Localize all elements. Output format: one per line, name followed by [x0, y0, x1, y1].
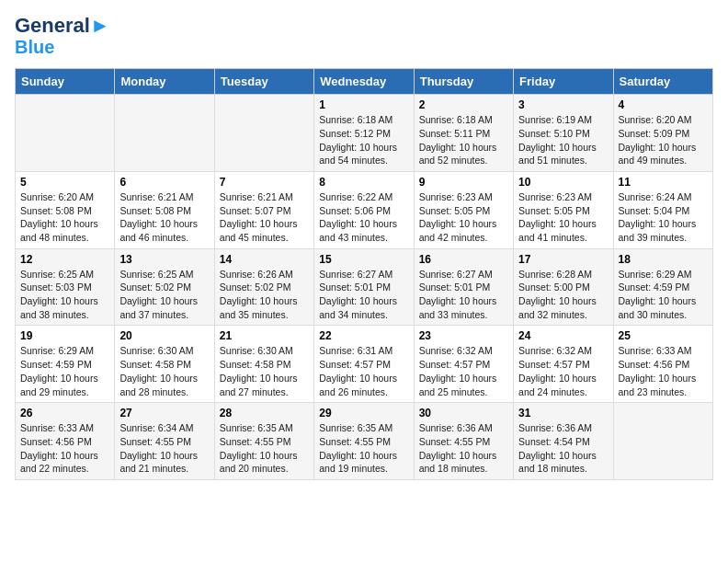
day-number: 25 [619, 329, 708, 342]
day-info: Sunrise: 6:30 AM Sunset: 4:58 PM Dayligh… [119, 344, 209, 398]
day-info: Sunrise: 6:18 AM Sunset: 5:12 PM Dayligh… [319, 113, 408, 167]
calendar-cell: 7Sunrise: 6:21 AM Sunset: 5:07 PM Daylig… [214, 171, 313, 248]
calendar-cell: 29Sunrise: 6:35 AM Sunset: 4:55 PM Dayli… [314, 403, 414, 480]
day-info: Sunrise: 6:33 AM Sunset: 4:56 PM Dayligh… [20, 421, 109, 476]
day-info: Sunrise: 6:21 AM Sunset: 5:08 PM Dayligh… [119, 190, 209, 245]
calendar-cell: 9Sunrise: 6:23 AM Sunset: 5:05 PM Daylig… [414, 171, 513, 248]
day-number: 8 [319, 176, 408, 189]
day-number: 1 [319, 98, 408, 111]
calendar-cell: 24Sunrise: 6:32 AM Sunset: 4:57 PM Dayli… [514, 326, 613, 403]
day-info: Sunrise: 6:25 AM Sunset: 5:03 PM Dayligh… [20, 268, 109, 322]
day-info: Sunrise: 6:24 AM Sunset: 5:04 PM Dayligh… [619, 190, 708, 245]
day-number: 9 [419, 176, 508, 189]
day-number: 30 [419, 407, 508, 419]
day-info: Sunrise: 6:21 AM Sunset: 5:07 PM Dayligh… [220, 190, 309, 245]
calendar-cell: 1Sunrise: 6:18 AM Sunset: 5:12 PM Daylig… [314, 95, 414, 172]
calendar-cell [613, 403, 712, 480]
calendar-cell: 16Sunrise: 6:27 AM Sunset: 5:01 PM Dayli… [414, 248, 513, 326]
calendar-cell: 11Sunrise: 6:24 AM Sunset: 5:04 PM Dayli… [613, 171, 712, 248]
calendar-cell: 26Sunrise: 6:33 AM Sunset: 4:56 PM Dayli… [16, 403, 115, 480]
calendar-cell: 15Sunrise: 6:27 AM Sunset: 5:01 PM Dayli… [314, 248, 414, 326]
header: General► Blue [15, 15, 713, 57]
day-number: 22 [319, 329, 408, 342]
calendar-cell [115, 95, 214, 172]
day-info: Sunrise: 6:19 AM Sunset: 5:10 PM Dayligh… [518, 113, 608, 167]
week-row-4: 19Sunrise: 6:29 AM Sunset: 4:59 PM Dayli… [16, 326, 713, 403]
calendar-cell: 13Sunrise: 6:25 AM Sunset: 5:02 PM Dayli… [115, 248, 214, 326]
day-number: 14 [220, 253, 309, 266]
calendar-cell: 12Sunrise: 6:25 AM Sunset: 5:03 PM Dayli… [16, 248, 115, 326]
day-info: Sunrise: 6:36 AM Sunset: 4:55 PM Dayligh… [419, 421, 508, 476]
logo-text: General► [15, 15, 110, 37]
calendar-cell: 3Sunrise: 6:19 AM Sunset: 5:10 PM Daylig… [514, 95, 613, 172]
day-number: 18 [619, 253, 708, 266]
day-number: 31 [518, 407, 608, 419]
day-number: 23 [419, 329, 508, 342]
day-number: 16 [419, 253, 508, 266]
day-number: 10 [518, 176, 608, 189]
calendar-cell: 17Sunrise: 6:28 AM Sunset: 5:00 PM Dayli… [514, 248, 613, 326]
logo-blue-text: Blue [15, 37, 54, 57]
day-info: Sunrise: 6:29 AM Sunset: 4:59 PM Dayligh… [619, 268, 708, 322]
day-info: Sunrise: 6:35 AM Sunset: 4:55 PM Dayligh… [319, 421, 408, 476]
day-number: 13 [119, 253, 209, 266]
day-info: Sunrise: 6:32 AM Sunset: 4:57 PM Dayligh… [518, 344, 608, 398]
week-row-3: 12Sunrise: 6:25 AM Sunset: 5:03 PM Dayli… [16, 248, 713, 326]
day-number: 3 [518, 98, 608, 111]
day-number: 7 [220, 176, 309, 189]
day-info: Sunrise: 6:27 AM Sunset: 5:01 PM Dayligh… [419, 268, 508, 322]
day-number: 4 [619, 98, 708, 111]
calendar-cell: 14Sunrise: 6:26 AM Sunset: 5:02 PM Dayli… [214, 248, 313, 326]
day-number: 2 [419, 98, 508, 111]
day-number: 28 [220, 407, 309, 419]
weekday-header-row: SundayMondayTuesdayWednesdayThursdayFrid… [16, 69, 713, 95]
day-info: Sunrise: 6:32 AM Sunset: 4:57 PM Dayligh… [419, 344, 508, 398]
day-info: Sunrise: 6:20 AM Sunset: 5:08 PM Dayligh… [20, 190, 109, 245]
weekday-header-wednesday: Wednesday [314, 69, 414, 95]
calendar-cell [16, 95, 115, 172]
day-info: Sunrise: 6:29 AM Sunset: 4:59 PM Dayligh… [20, 344, 109, 398]
day-info: Sunrise: 6:25 AM Sunset: 5:02 PM Dayligh… [119, 268, 209, 322]
weekday-header-saturday: Saturday [613, 69, 712, 95]
day-info: Sunrise: 6:27 AM Sunset: 5:01 PM Dayligh… [319, 268, 408, 322]
day-number: 5 [20, 176, 109, 189]
day-number: 27 [119, 407, 209, 419]
day-number: 6 [119, 176, 209, 189]
day-number: 17 [518, 253, 608, 266]
weekday-header-tuesday: Tuesday [214, 69, 313, 95]
calendar-cell: 30Sunrise: 6:36 AM Sunset: 4:55 PM Dayli… [414, 403, 513, 480]
day-number: 29 [319, 407, 408, 419]
logo-blue: ► [90, 14, 110, 37]
day-info: Sunrise: 6:26 AM Sunset: 5:02 PM Dayligh… [220, 268, 309, 322]
weekday-header-friday: Friday [514, 69, 613, 95]
day-number: 15 [319, 253, 408, 266]
day-info: Sunrise: 6:23 AM Sunset: 5:05 PM Dayligh… [419, 190, 508, 245]
calendar-cell: 19Sunrise: 6:29 AM Sunset: 4:59 PM Dayli… [16, 326, 115, 403]
calendar-cell: 21Sunrise: 6:30 AM Sunset: 4:58 PM Dayli… [214, 326, 313, 403]
weekday-header-sunday: Sunday [16, 69, 115, 95]
day-info: Sunrise: 6:34 AM Sunset: 4:55 PM Dayligh… [119, 421, 209, 476]
calendar-cell: 27Sunrise: 6:34 AM Sunset: 4:55 PM Dayli… [115, 403, 214, 480]
day-info: Sunrise: 6:35 AM Sunset: 4:55 PM Dayligh… [220, 421, 309, 476]
day-info: Sunrise: 6:30 AM Sunset: 4:58 PM Dayligh… [220, 344, 309, 398]
day-number: 21 [220, 329, 309, 342]
week-row-5: 26Sunrise: 6:33 AM Sunset: 4:56 PM Dayli… [16, 403, 713, 480]
calendar-cell: 18Sunrise: 6:29 AM Sunset: 4:59 PM Dayli… [613, 248, 712, 326]
calendar-cell: 2Sunrise: 6:18 AM Sunset: 5:11 PM Daylig… [414, 95, 513, 172]
day-info: Sunrise: 6:23 AM Sunset: 5:05 PM Dayligh… [518, 190, 608, 245]
day-info: Sunrise: 6:28 AM Sunset: 5:00 PM Dayligh… [518, 268, 608, 322]
day-info: Sunrise: 6:36 AM Sunset: 4:54 PM Dayligh… [518, 421, 608, 476]
day-info: Sunrise: 6:20 AM Sunset: 5:09 PM Dayligh… [619, 113, 708, 167]
day-number: 24 [518, 329, 608, 342]
calendar-cell: 23Sunrise: 6:32 AM Sunset: 4:57 PM Dayli… [414, 326, 513, 403]
calendar-cell: 10Sunrise: 6:23 AM Sunset: 5:05 PM Dayli… [514, 171, 613, 248]
calendar-cell: 31Sunrise: 6:36 AM Sunset: 4:54 PM Dayli… [514, 403, 613, 480]
logo: General► Blue [15, 15, 110, 57]
day-info: Sunrise: 6:33 AM Sunset: 4:56 PM Dayligh… [619, 344, 708, 398]
calendar-cell: 28Sunrise: 6:35 AM Sunset: 4:55 PM Dayli… [214, 403, 313, 480]
weekday-header-thursday: Thursday [414, 69, 513, 95]
weekday-header-monday: Monday [115, 69, 214, 95]
day-number: 11 [619, 176, 708, 189]
calendar-cell: 8Sunrise: 6:22 AM Sunset: 5:06 PM Daylig… [314, 171, 414, 248]
calendar-cell: 22Sunrise: 6:31 AM Sunset: 4:57 PM Dayli… [314, 326, 414, 403]
